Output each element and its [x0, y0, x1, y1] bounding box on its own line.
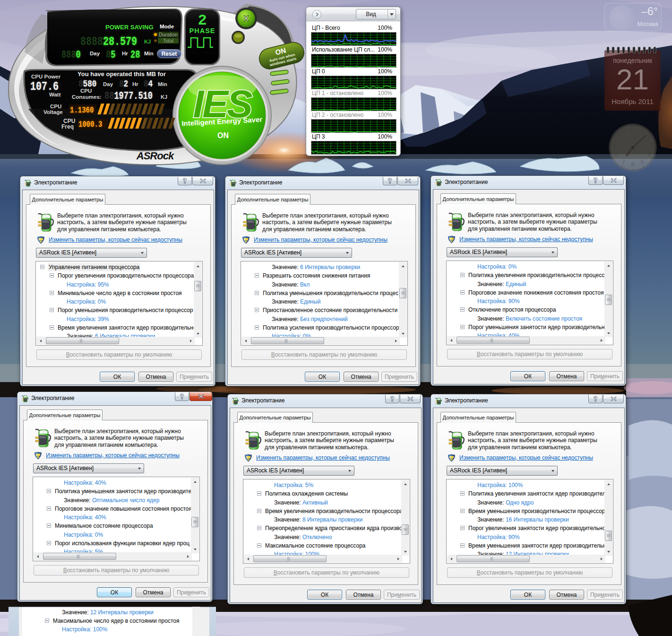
svg-text:ASRock: ASRock	[136, 150, 175, 162]
svg-text:1: 1	[640, 125, 644, 132]
svg-text:7: 7	[621, 158, 625, 166]
svg-text:8: 8	[614, 151, 618, 158]
svg-text:12: 12	[629, 123, 636, 130]
svg-text:6: 6	[631, 161, 634, 168]
svg-text:9: 9	[612, 142, 615, 149]
svg-text:ON: ON	[217, 131, 229, 139]
svg-text:5: 5	[640, 158, 644, 166]
svg-text:3: 3	[650, 142, 653, 149]
svg-text:PHASE: PHASE	[190, 27, 215, 35]
svg-text:11: 11	[620, 125, 627, 132]
svg-text:4: 4	[647, 151, 651, 158]
svg-text:2: 2	[647, 132, 651, 139]
svg-text:X: X	[243, 14, 249, 23]
svg-text:10: 10	[613, 132, 620, 139]
